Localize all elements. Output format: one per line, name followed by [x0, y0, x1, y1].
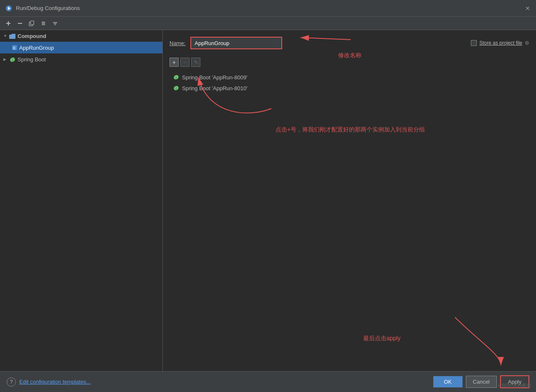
main-toolbar: [0, 17, 536, 30]
spring-icon-8010: [173, 85, 180, 91]
edit-templates-link[interactable]: Edit configuration templates...: [19, 379, 430, 385]
tree-collapse-arrow: ▶: [3, 57, 8, 61]
sidebar-item-apprungroup[interactable]: C AppRunGroup: [0, 42, 162, 53]
remove-config-button[interactable]: [15, 18, 25, 28]
sort-button[interactable]: [50, 18, 60, 28]
copy-config-button[interactable]: [27, 18, 37, 28]
config-list-item-8009[interactable]: Spring Boot 'AppRun-8009': [171, 72, 529, 83]
springboot-label: Spring Boot: [18, 56, 46, 63]
gear-icon[interactable]: ⚙: [525, 40, 529, 46]
config-icon: C: [12, 45, 18, 51]
store-project-row: Store as project file ⚙: [471, 40, 529, 46]
add-config-button[interactable]: [3, 18, 13, 28]
config-list: Spring Boot 'AppRun-8009' Spring Boot 'A…: [171, 72, 529, 94]
spring-icon-8009: [173, 74, 180, 81]
spring-leaf-icon: [9, 56, 16, 62]
config-item-label-8009: Spring Boot 'AppRun-8009': [182, 74, 248, 81]
sidebar-item-springboot[interactable]: ▶ Spring Boot: [0, 53, 162, 65]
compound-label: Compound: [18, 33, 46, 39]
cancel-button[interactable]: Cancel: [466, 376, 497, 388]
sidebar-item-compound[interactable]: ▼ Compound: [0, 30, 162, 42]
name-row: Name: Store as project file ⚙: [169, 37, 529, 49]
watermark: CSDN @妈夜来: [498, 382, 531, 389]
store-project-label: Store as project file: [479, 40, 522, 46]
content-area: Name: Store as project file ⚙ + − ✎: [163, 30, 536, 371]
svg-text:C: C: [13, 46, 16, 50]
config-item-label-8010: Spring Boot 'AppRun-8010': [182, 85, 248, 91]
apprungroup-label: AppRunGroup: [19, 45, 54, 51]
config-toolbar: + − ✎: [169, 58, 529, 67]
main-layout: ▼ Compound C AppRunGroup ▶ Spring Boot: [0, 30, 536, 371]
store-project-checkbox[interactable]: [471, 40, 477, 46]
tree-expand-arrow: ▼: [3, 34, 8, 38]
folder-icon: [9, 33, 16, 39]
move-config-button[interactable]: [38, 18, 48, 28]
help-button[interactable]: ?: [7, 377, 16, 387]
name-label: Name:: [169, 40, 185, 46]
window-title: Run/Debug Configurations: [16, 5, 524, 11]
close-button[interactable]: ✕: [524, 5, 531, 12]
bottom-bar: ? Edit configuration templates... OK Can…: [0, 371, 536, 392]
annotation-apply-hint: 最后点击apply: [363, 335, 400, 342]
sidebar: ▼ Compound C AppRunGroup ▶ Spring Boot: [0, 30, 163, 371]
ok-button[interactable]: OK: [433, 376, 463, 387]
title-bar: Run/Debug Configurations ✕: [0, 0, 536, 17]
add-run-config-button[interactable]: +: [169, 58, 179, 67]
svg-rect-6: [30, 21, 34, 25]
remove-run-config-button[interactable]: −: [180, 58, 190, 67]
svg-rect-13: [9, 35, 15, 39]
config-list-item-8010[interactable]: Spring Boot 'AppRun-8010': [171, 83, 529, 94]
name-input[interactable]: [190, 37, 282, 49]
edit-run-config-button[interactable]: ✎: [191, 58, 200, 67]
annotation-add-group: 点击+号，将我们刚才配置好的那两个实例加入到当前分组: [276, 126, 425, 134]
app-icon: [5, 5, 13, 12]
